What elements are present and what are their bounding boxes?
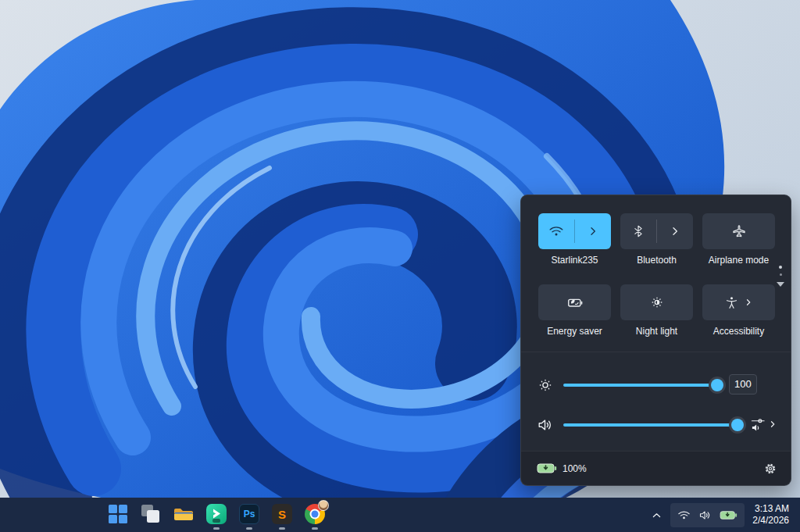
tile-group-wifi: Starlink235 <box>538 213 611 266</box>
chevron-up-icon <box>654 513 660 516</box>
chrome-button[interactable] <box>298 498 331 532</box>
bluetooth-toggle-button[interactable] <box>620 213 656 249</box>
windows-logo-icon <box>109 505 127 523</box>
night-light-tile[interactable] <box>620 284 693 320</box>
bluetooth-tile <box>620 213 693 249</box>
profile-avatar <box>318 500 329 511</box>
wifi-tile <box>538 213 611 249</box>
start-button[interactable] <box>102 498 134 532</box>
sublime-text-button[interactable]: S <box>266 498 298 532</box>
volume-icon <box>698 509 712 522</box>
brightness-icon <box>537 377 554 394</box>
quick-settings-footer: 100% <box>521 451 791 485</box>
quick-settings-panel: Starlink235 <box>520 195 791 486</box>
wifi-toggle-button[interactable] <box>538 213 574 249</box>
quick-settings-tiles: Starlink235 <box>538 213 775 337</box>
volume-slider[interactable] <box>563 423 738 427</box>
tile-group-energy-saver: Energy saver <box>538 284 611 337</box>
wifi-icon <box>677 509 691 522</box>
accessibility-icon <box>724 295 739 310</box>
chevron-right-icon[interactable] <box>768 420 777 429</box>
bluetooth-tile-label: Bluetooth <box>637 255 677 266</box>
clock-date: 2/4/2026 <box>752 515 789 527</box>
clock-time: 3:13 AM <box>752 503 789 515</box>
brightness-slider-thumb[interactable] <box>711 379 723 391</box>
taskbar: Ps S <box>0 498 800 532</box>
file-explorer-button[interactable] <box>167 498 200 532</box>
running-indicator <box>246 527 252 530</box>
running-indicator <box>213 527 220 530</box>
bluetooth-icon <box>631 224 645 238</box>
filmora-button[interactable] <box>200 498 233 532</box>
hidden-icons-chevron-button[interactable] <box>651 509 662 521</box>
battery-icon <box>537 462 557 474</box>
chevron-right-icon <box>669 225 681 237</box>
brightness-slider[interactable] <box>563 384 717 387</box>
tile-group-airplane: Airplane mode <box>702 213 775 266</box>
airplane-mode-tile[interactable] <box>702 213 775 249</box>
night-light-tile-label: Night light <box>636 326 677 337</box>
volume-row <box>537 414 777 436</box>
accessibility-tile[interactable] <box>702 284 775 320</box>
energy-saver-icon <box>566 294 584 311</box>
gear-icon <box>762 461 778 477</box>
page-dot <box>780 273 782 276</box>
task-view-button[interactable] <box>134 498 167 532</box>
running-indicator <box>279 527 285 530</box>
volume-slider-thumb[interactable] <box>731 419 744 431</box>
clock-button[interactable]: 3:13 AM 2/4/2026 <box>752 503 789 527</box>
scroll-down-arrow-icon[interactable] <box>777 282 784 287</box>
page-dot-active <box>779 266 782 269</box>
airplane-icon <box>731 223 747 239</box>
battery-percent-label: 100% <box>562 463 587 474</box>
bluetooth-expand-button[interactable] <box>657 213 693 249</box>
tile-group-accessibility: Accessibility <box>702 284 775 337</box>
volume-icon <box>537 416 554 434</box>
audio-output-select-icon[interactable] <box>751 417 766 432</box>
task-view-icon <box>141 504 161 524</box>
quick-settings-tray-button[interactable] <box>670 503 745 527</box>
running-indicator <box>312 527 318 530</box>
brightness-value-tooltip: 100 <box>729 374 757 395</box>
chevron-right-icon <box>587 225 599 237</box>
photoshop-button[interactable]: Ps <box>233 498 266 532</box>
airplane-tile-label: Airplane mode <box>709 255 769 266</box>
folder-icon <box>173 504 194 524</box>
brightness-row: 100 <box>537 374 777 396</box>
tile-group-bluetooth: Bluetooth <box>620 213 693 266</box>
system-tray: 3:13 AM 2/4/2026 <box>651 498 800 532</box>
wifi-expand-button[interactable] <box>575 213 611 249</box>
wifi-icon <box>548 223 564 239</box>
energy-saver-tile-label: Energy saver <box>547 326 602 337</box>
battery-status-button[interactable]: 100% <box>537 462 587 474</box>
energy-saver-tile[interactable] <box>538 284 611 320</box>
photoshop-icon: Ps <box>239 504 259 524</box>
wifi-tile-label: Starlink235 <box>551 255 598 266</box>
chevron-right-icon <box>744 298 753 307</box>
quick-settings-page-indicator <box>777 266 784 287</box>
tile-group-night-light: Night light <box>620 284 693 337</box>
filmora-icon <box>206 504 227 524</box>
desktop: Starlink235 <box>0 0 800 532</box>
accessibility-tile-label: Accessibility <box>713 326 764 337</box>
battery-icon <box>720 510 738 520</box>
sublime-text-icon: S <box>272 504 292 524</box>
taskbar-apps: Ps S <box>102 498 331 532</box>
settings-button[interactable] <box>762 461 778 477</box>
night-light-icon <box>649 295 665 310</box>
section-divider <box>521 352 791 352</box>
